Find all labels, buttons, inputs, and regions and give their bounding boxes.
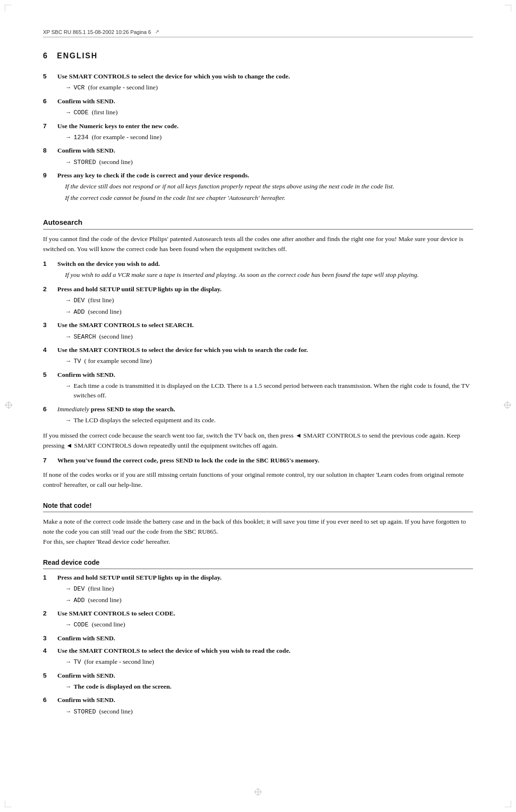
step-5-text: Use SMART CONTROLS to select the device … [57,73,290,80]
rdc-step-num-1: 1 [43,573,57,582]
step-5-vcr: VCR [74,83,85,93]
arrow-icon-a5-1: → [65,381,71,391]
rdc-step-1-dev-note: (first line) [86,584,114,593]
auto-step-6-content: Immediately press SEND to stop the searc… [57,405,473,427]
rdc-step-5-display: The code is displayed on the screen. [74,682,172,691]
autosearch-middle-para: If you missed the correct code because t… [43,431,473,451]
intro-step-5: 5 Use SMART CONTROLS to select the devic… [43,72,473,94]
arrow-icon-6-1: → [65,108,71,117]
note-that-code-para: Make a note of the correct code inside t… [43,517,473,547]
autosearch-section-title: Autosearch [43,218,473,230]
arrow-icon-a4-1: → [65,356,71,366]
auto-step-num-1: 1 [43,259,57,269]
autosearch-steps-list: 1 Switch on the device you wish to add. … [43,259,473,426]
rdc-step-1-content: Press and hold SETUP until SETUP lights … [57,573,473,606]
auto-step-6: 6 Immediately press SEND to stop the sea… [43,405,473,427]
rdc-step-5-content: Confirm with SEND. → The code is display… [57,671,473,693]
rdc-step-1-dev: DEV [74,584,85,594]
reg-mark-left [5,401,12,411]
auto-step-5-content: Confirm with SEND. → Each time a code is… [57,370,473,402]
rdc-step-num-4: 4 [43,646,57,656]
step-9-note-1: If the device still does not respond or … [57,182,473,192]
step-num-7: 7 [43,121,57,131]
rdc-step-1-arrow-1: → DEV (first line) [57,584,473,594]
auto-step-2-add-note: (second line) [86,307,121,317]
reg-mark-bottom [254,788,262,798]
rdc-step-6-arrow-1: → STORED (second line) [57,707,473,717]
auto-step-num-2: 2 [43,285,57,294]
header-mark: ↗ [155,29,159,35]
rdc-step-5-arrow-1: → The code is displayed on the screen. [57,682,473,691]
rdc-step-num-3: 3 [43,634,57,643]
rdc-step-4-tv: TV [74,658,81,667]
auto-step-2-dev: DEV [74,296,85,306]
step-9-note-2: If the correct code cannot be found in t… [57,193,473,203]
auto-step-3-content: Use the SMART CONTROLS to select SEARCH.… [57,320,473,342]
auto-step-4-text: Use the SMART CONTROLS to select the dev… [57,346,308,353]
note-that-code-section-title: Note that code! [43,502,473,512]
auto-step-num-4: 4 [43,345,57,355]
step-num-5: 5 [43,72,57,81]
step-8-content: Confirm with SEND. → STORED (second line… [57,146,473,168]
arrow-icon-r4-1: → [65,657,71,667]
rdc-step-1-text: Press and hold SETUP until SETUP lights … [57,574,222,581]
auto-step-7-text: When you've found the correct code, pres… [57,457,319,464]
step-7-arrow-1: → 1234 (for example - second line) [57,132,473,143]
auto-step-4-tv-note: ( for example second line) [83,356,152,366]
rdc-step-4-arrow-1: → TV (for example - second line) [57,657,473,667]
intro-step-8: 8 Confirm with SEND. → STORED (second li… [43,146,473,168]
arrow-icon-8-1: → [65,157,71,167]
rdc-step-2-code: CODE [74,620,88,630]
auto-step-6-arrow-1: → The LCD displays the selected equipmen… [57,416,473,425]
arrow-icon-7-1: → [65,132,71,142]
auto-step-num-5: 5 [43,370,57,380]
rdc-step-1-add: ADD [74,596,85,605]
rdc-step-6-stored-note: (second line) [97,707,132,716]
arrow-icon-r2-1: → [65,620,71,629]
auto-step7-list: 7 When you've found the correct code, pr… [43,456,473,465]
step-7-code-note: (for example - second line) [90,132,162,142]
auto-step-num-7: 7 [43,456,57,465]
read-device-code-section-title: Read device code [43,559,473,569]
rdc-step-2-content: Use SMART CONTROLS to select CODE. → COD… [57,609,473,631]
rdc-step-num-5: 5 [43,671,57,680]
step-5-arrow-1: → VCR (for example - second line) [57,83,473,93]
step-9-content: Press any key to check if the code is co… [57,171,473,205]
step-7-content: Use the Numeric keys to enter the new co… [57,121,473,143]
auto-step-3-search-note: (second line) [97,332,132,341]
autosearch-title: Autosearch [43,218,83,226]
page-header: XP SBC RU 865.1 15-08-2002 10:26 Pagina … [43,29,473,37]
arrow-icon-a6-1: → [65,416,71,425]
arrow-icon-r6-1: → [65,707,71,716]
page-number: 6 [43,52,48,60]
rdc-step-2: 2 Use SMART CONTROLS to select CODE. → C… [43,609,473,631]
auto-step-4-tv: TV [74,357,81,366]
reg-mark-right [504,401,511,411]
auto-step-3: 3 Use the SMART CONTROLS to select SEARC… [43,320,473,342]
step-num-8: 8 [43,146,57,155]
intro-step-9: 9 Press any key to check if the code is … [43,171,473,205]
rdc-step-3-content: Confirm with SEND. [57,634,473,643]
step-num-6: 6 [43,97,57,106]
step-8-stored: STORED [74,158,96,167]
step-6-text: Confirm with SEND. [57,98,115,105]
auto-step-1: 1 Switch on the device you wish to add. … [43,259,473,282]
autosearch-intro: If you cannot find the code of the devic… [43,234,473,254]
step-num-9: 9 [43,171,57,180]
page: XP SBC RU 865.1 15-08-2002 10:26 Pagina … [0,0,516,812]
auto-step-2-text: Press and hold SETUP until SETUP lights … [57,285,222,293]
rdc-step-1-add-note: (second line) [86,595,121,605]
step-6-content: Confirm with SEND. → CODE (first line) [57,97,473,119]
rdc-step-1-arrow-2: → ADD (second line) [57,595,473,605]
step-8-stored-note: (second line) [97,157,132,167]
rdc-step-3-text: Confirm with SEND. [57,635,115,642]
rdc-step-4: 4 Use the SMART CONTROLS to select the d… [43,646,473,668]
note-that-code-title: Note that code! [43,502,92,509]
auto-step-2-arrow-1: → DEV (first line) [57,296,473,306]
rdc-step-6-stored: STORED [74,707,96,717]
intro-step-6: 6 Confirm with SEND. → CODE (first line) [43,97,473,119]
auto-step-3-text: Use the SMART CONTROLS to select SEARCH. [57,321,194,329]
rdc-step-3: 3 Confirm with SEND. [43,634,473,643]
read-device-code-steps-list: 1 Press and hold SETUP until SETUP light… [43,573,473,717]
auto-step-2-arrow-2: → ADD (second line) [57,307,473,317]
